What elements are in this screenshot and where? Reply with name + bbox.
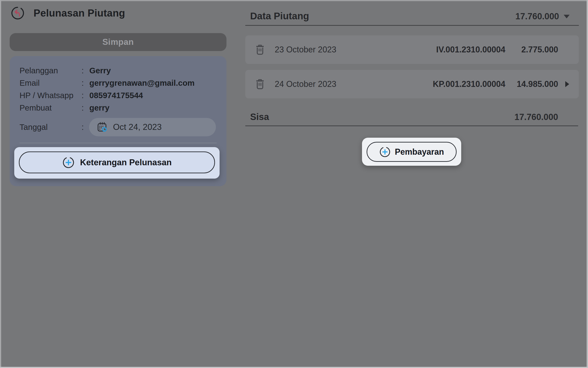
date-picker[interactable]: Oct 24, 2023 [89, 118, 216, 136]
row-date: 24 October 2023 [275, 79, 336, 89]
data-piutang-total-toggle[interactable]: 17.760.000 [516, 11, 570, 21]
add-pembayaran-button[interactable]: Pembayaran [366, 142, 457, 162]
field-hp-whatsapp: HP / Whatsapp : 085974175544 [19, 89, 217, 101]
row-invoice-code: IV.001.2310.00004 [436, 45, 505, 55]
field-separator: : [81, 78, 89, 88]
add-pembayaran-label: Pembayaran [395, 147, 444, 157]
frame-edge-top [0, 0, 588, 1]
frame-edge-left [0, 0, 1, 368]
piutang-row[interactable]: 23 October 2023 IV.001.2310.00004 2.775.… [245, 35, 579, 64]
sisa-divider [245, 126, 578, 126]
field-separator: : [81, 122, 89, 132]
field-value: gerrygrenawan@gmail.com [89, 78, 217, 88]
piutang-row[interactable]: 24 October 2023 KP.001.2310.00004 14.985… [245, 70, 579, 98]
plus-circle-icon [62, 156, 75, 169]
save-button[interactable]: Simpan [10, 33, 226, 51]
frame-edge-right [587, 0, 588, 368]
row-invoice-code: KP.001.2310.00004 [433, 79, 505, 89]
calendar-clock-icon [97, 122, 107, 132]
row-amount: 14.985.000 [517, 79, 558, 89]
field-label: Pelanggan [19, 66, 81, 75]
add-keterangan-label: Keterangan Pelunasan [80, 158, 172, 167]
data-piutang-title: Data Piutang [250, 10, 309, 22]
pelunasan-piutang-screen: Pelunasan Piutang Simpan Pelanggan : Ger… [0, 0, 588, 368]
plus-circle-icon [379, 146, 391, 158]
row-date: 23 October 2023 [275, 45, 336, 55]
page-title: Pelunasan Piutang [34, 7, 125, 19]
date-value: Oct 24, 2023 [113, 122, 162, 132]
sisa-label: Sisa [250, 112, 269, 122]
field-email: Email : gerrygrenawan@gmail.com [19, 77, 217, 89]
data-piutang-underline [245, 25, 579, 26]
sisa-amount: 17.760.000 [515, 112, 558, 122]
panel-divider [19, 143, 217, 143]
trash-icon[interactable] [256, 44, 264, 55]
back-button[interactable] [10, 6, 25, 20]
customer-fields: Pelanggan : Gerry Email : gerrygrenawan@… [19, 64, 217, 114]
field-pelanggan: Pelanggan : Gerry [19, 64, 217, 77]
field-separator: : [81, 66, 89, 75]
field-value: Gerry [89, 66, 217, 75]
field-value: gerry [89, 103, 217, 112]
add-keterangan-button[interactable]: Keterangan Pelunasan [19, 151, 215, 173]
frame-edge-bottom [0, 367, 588, 368]
field-label: Tanggal [19, 122, 81, 132]
field-value: 085974175544 [89, 91, 217, 100]
field-separator: : [81, 103, 89, 112]
field-label: Pembuat [19, 103, 81, 112]
field-label: Email [19, 78, 81, 88]
trash-icon[interactable] [256, 79, 264, 90]
data-piutang-total: 17.760.000 [516, 11, 559, 21]
caret-down-icon [564, 15, 570, 18]
back-arrow-icon [10, 6, 25, 20]
arrow-right-icon[interactable] [565, 81, 569, 87]
field-pembuat: Pembuat : gerry [19, 101, 217, 114]
row-amount: 2.775.000 [521, 45, 558, 55]
field-separator: : [81, 91, 89, 100]
field-label: HP / Whatsapp [19, 91, 81, 100]
